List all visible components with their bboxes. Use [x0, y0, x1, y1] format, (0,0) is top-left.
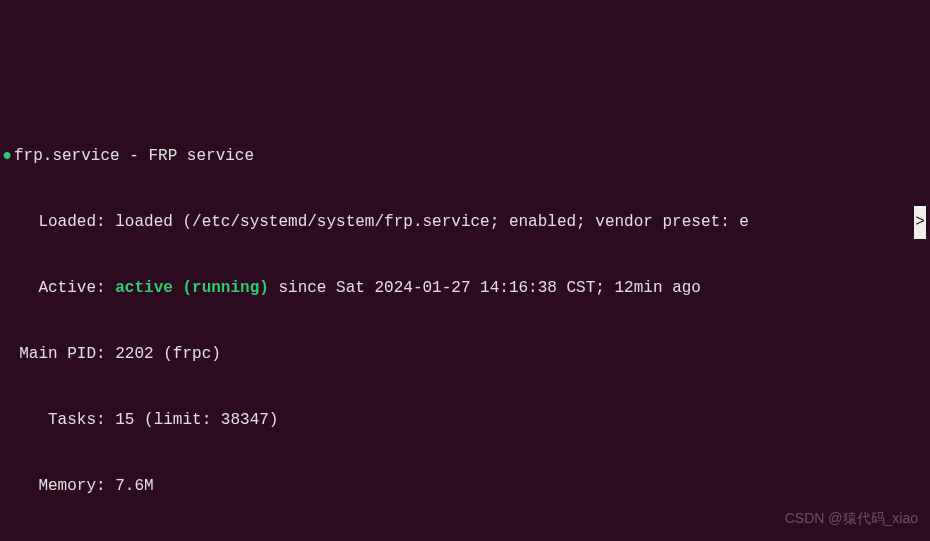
cpu-line: CPU: 217ms [0, 536, 930, 541]
mainpid-label: Main PID: [0, 345, 106, 363]
watermark: CSDN @猿代码_xiao [785, 502, 918, 535]
tasks-line: Tasks: 15 (limit: 38347) [0, 404, 930, 437]
mainpid-line: Main PID: 2202 (frpc) [0, 338, 930, 371]
memory-value: 7.6M [106, 477, 154, 495]
loaded-value: loaded (/etc/systemd/system/frp.service;… [106, 213, 749, 231]
service-name: frp.service [14, 147, 120, 165]
service-description: FRP service [148, 147, 254, 165]
loaded-label: Loaded: [0, 213, 106, 231]
active-since: since Sat 2024-01-27 14:16:38 CST; 12min… [269, 279, 701, 297]
active-line: Active: active (running) since Sat 2024-… [0, 272, 930, 305]
memory-line: Memory: 7.6M [0, 470, 930, 503]
active-state: active (running) [106, 279, 269, 297]
tasks-value: 15 (limit: 38347) [106, 411, 279, 429]
loaded-line: Loaded: loaded (/etc/systemd/system/frp.… [0, 206, 930, 239]
active-label: Active: [0, 279, 106, 297]
tasks-label: Tasks: [0, 411, 106, 429]
status-bullet-icon: ● [0, 140, 14, 173]
overflow-indicator[interactable]: > [914, 206, 926, 239]
service-header: ●frp.service - FRP service [0, 140, 930, 173]
memory-label: Memory: [0, 477, 106, 495]
mainpid-value: 2202 (frpc) [106, 345, 221, 363]
